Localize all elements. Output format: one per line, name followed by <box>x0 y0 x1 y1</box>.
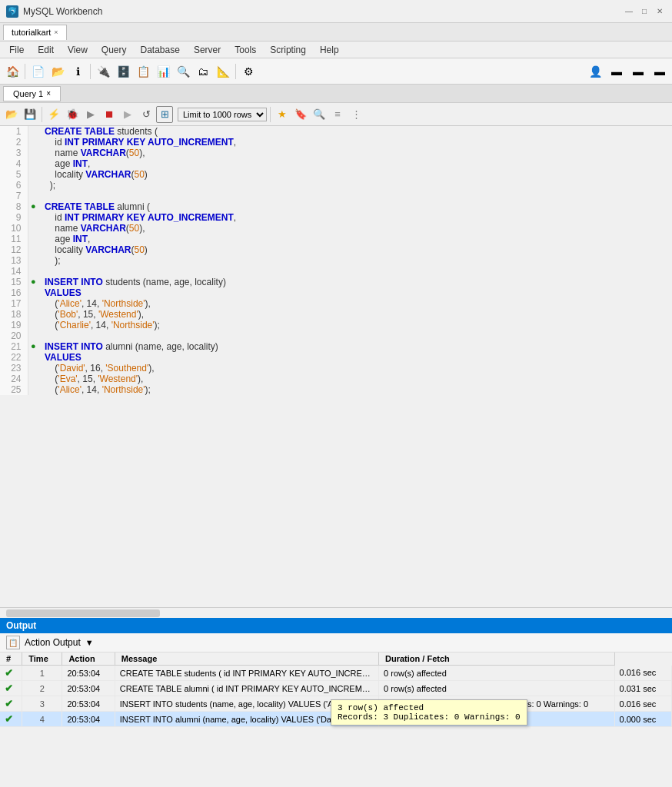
star-button[interactable]: ★ <box>274 106 291 123</box>
line-code[interactable]: locality VARCHAR(50) <box>38 169 672 180</box>
query-tab-close-icon[interactable]: × <box>46 89 51 98</box>
line-code[interactable]: CREATE TABLE alumni ( <box>38 201 672 212</box>
db-button-3[interactable]: 📋 <box>134 62 152 81</box>
line-code[interactable]: ); <box>38 180 672 191</box>
line-code[interactable] <box>38 191 672 201</box>
migration-button[interactable]: ⚙ <box>239 62 258 81</box>
line-code[interactable]: ); <box>38 255 672 266</box>
open-script-button[interactable]: 📂 <box>3 106 20 123</box>
line-number: 25 <box>0 384 28 395</box>
line-marker: ● <box>28 341 38 352</box>
db-connect-button[interactable]: 🔌 <box>94 62 112 81</box>
explain-button[interactable]: ⊞ <box>156 106 173 123</box>
line-code[interactable]: INSERT INTO alumni (name, age, locality) <box>38 341 672 352</box>
line-code[interactable]: VALUES <box>38 287 672 298</box>
execute-all-button[interactable]: ⚡ <box>45 106 62 123</box>
line-code[interactable]: age INT, <box>38 158 672 169</box>
sql-editor[interactable]: 1CREATE TABLE students (2 id INT PRIMARY… <box>0 126 672 607</box>
stop-button[interactable]: ⏹ <box>101 106 118 123</box>
maximize-button[interactable]: □ <box>638 5 650 18</box>
output-row[interactable]: ✔220:53:04CREATE TABLE alumni ( id INT P… <box>0 681 672 696</box>
line-code[interactable]: id INT PRIMARY KEY AUTO_INCREMENT, <box>38 137 672 148</box>
bookmark-button[interactable]: 🔖 <box>292 106 309 123</box>
profile-button[interactable]: 👤 <box>586 62 604 81</box>
execute-button[interactable]: 🐞 <box>64 106 81 123</box>
db-button-2[interactable]: 🗄️ <box>114 62 132 81</box>
output-section: Output 📋 Action Output ▼ # Time Action M… <box>0 618 672 787</box>
code-line: 19 ('Charlie', 14, 'Northside'); <box>0 320 672 330</box>
tab-close-icon[interactable]: × <box>54 28 58 36</box>
code-line: 25 ('Alice', 14, 'Northside'); <box>0 384 672 395</box>
line-marker: ● <box>28 201 38 212</box>
home-button[interactable]: 🏠 <box>3 62 22 81</box>
horizontal-scrollbar[interactable] <box>0 607 672 618</box>
code-line: 7 <box>0 191 672 201</box>
refresh-button[interactable]: ↺ <box>138 106 155 123</box>
output-row[interactable]: ✔120:53:04CREATE TABLE students ( id INT… <box>0 666 672 681</box>
line-marker <box>28 212 38 223</box>
line-code[interactable] <box>38 330 672 341</box>
toolbar-right: 👤 ▬ ▬ ▬ <box>586 62 669 81</box>
line-code[interactable]: name VARCHAR(50), <box>38 148 672 158</box>
line-number: 17 <box>0 298 28 309</box>
line-code[interactable]: age INT, <box>38 234 672 244</box>
menu-file[interactable]: File <box>3 43 30 57</box>
menu-help[interactable]: Help <box>314 43 345 57</box>
minimize-button[interactable]: — <box>623 5 635 18</box>
query-tab[interactable]: Query 1 × <box>3 86 61 101</box>
execute-selection-button[interactable]: ▶ <box>82 106 99 123</box>
line-code[interactable]: CREATE TABLE students ( <box>38 126 672 137</box>
indent-button[interactable]: ≡ <box>329 106 346 123</box>
close-button[interactable]: ✕ <box>654 5 666 18</box>
action-output-dropdown[interactable]: ▼ <box>85 638 94 647</box>
menu-scripting[interactable]: Scripting <box>264 43 312 57</box>
line-marker <box>28 158 38 169</box>
new-file-button[interactable]: 📄 <box>28 62 47 81</box>
line-marker <box>28 363 38 374</box>
menu-server[interactable]: Server <box>188 43 227 57</box>
line-code[interactable]: ('David', 16, 'Southend'), <box>38 363 672 374</box>
scroll-thumb[interactable] <box>6 609 160 617</box>
limit-dropdown[interactable]: Limit to 1000 rows Don't Limit Limit to … <box>178 108 267 121</box>
format-button[interactable]: ⋮ <box>348 106 364 123</box>
line-code[interactable]: locality VARCHAR(50) <box>38 244 672 255</box>
db-button-6[interactable]: 🗂 <box>194 62 212 81</box>
menu-view[interactable]: View <box>62 43 94 57</box>
menu-database[interactable]: Database <box>135 43 186 57</box>
view-toggle-2[interactable]: ▬ <box>629 62 647 81</box>
line-code[interactable]: name VARCHAR(50), <box>38 223 672 234</box>
menu-edit[interactable]: Edit <box>32 43 60 57</box>
line-code[interactable] <box>38 266 672 277</box>
line-code[interactable]: ('Bob', 15, 'Westend'), <box>38 309 672 320</box>
line-number: 2 <box>0 137 28 148</box>
col-time: Time <box>22 653 62 666</box>
connection-tab[interactable]: tutorialkart × <box>3 25 67 40</box>
code-line: 22VALUES <box>0 352 672 363</box>
menu-tools[interactable]: Tools <box>228 43 262 57</box>
db-button-7[interactable]: 📐 <box>214 62 232 81</box>
line-code[interactable]: INSERT INTO students (name, age, localit… <box>38 277 672 287</box>
db-button-4[interactable]: 📊 <box>154 62 172 81</box>
line-code[interactable]: ('Alice', 14, 'Northside'), <box>38 298 672 309</box>
line-number: 15 <box>0 277 28 287</box>
code-line: 4 age INT, <box>0 158 672 169</box>
execute-button-2[interactable]: ▶ <box>119 106 136 123</box>
sql-sep-1 <box>42 107 42 122</box>
line-code[interactable]: id INT PRIMARY KEY AUTO_INCREMENT, <box>38 212 672 223</box>
line-code[interactable]: ('Alice', 14, 'Northside'); <box>38 384 672 395</box>
open-file-button[interactable]: 📂 <box>48 62 67 81</box>
line-number: 10 <box>0 223 28 234</box>
save-script-button[interactable]: 💾 <box>22 106 38 123</box>
search-button[interactable]: 🔍 <box>311 106 328 123</box>
line-code[interactable]: ('Eva', 15, 'Westend'), <box>38 374 672 384</box>
menu-query[interactable]: Query <box>95 43 133 57</box>
line-code[interactable]: VALUES <box>38 352 672 363</box>
tab-label: tutorialkart <box>12 28 51 37</box>
line-code[interactable]: ('Charlie', 14, 'Northside'); <box>38 320 672 330</box>
info-button[interactable]: ℹ <box>68 62 87 81</box>
view-toggle-3[interactable]: ▬ <box>650 62 669 81</box>
view-toggle-1[interactable]: ▬ <box>607 62 626 81</box>
db-button-5[interactable]: 🔍 <box>174 62 192 81</box>
output-copy-button[interactable]: 📋 <box>6 636 20 649</box>
limit-selector[interactable]: Limit to 1000 rows Don't Limit Limit to … <box>178 108 267 121</box>
